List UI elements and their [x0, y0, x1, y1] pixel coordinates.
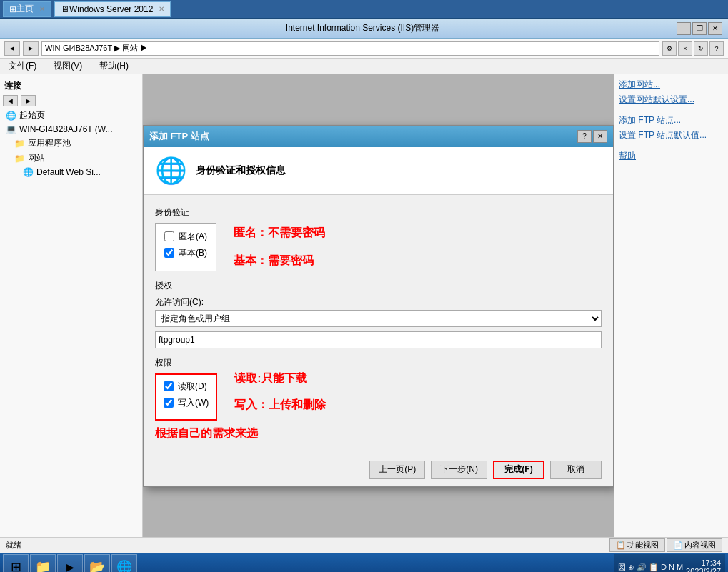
text-field-container: [155, 331, 602, 348]
close-window-button[interactable]: ✕: [708, 22, 722, 35]
right-link-add-ftp[interactable]: 添加 FTP 站点...: [619, 114, 724, 126]
window-title: Internet Information Services (IIS)管理器: [49, 22, 677, 34]
auth-annotation-anonymous: 匿名：不需要密码: [234, 226, 325, 241]
allow-access-dropdown[interactable]: 所有用户匿名用户指定角色或用户组指定用户: [155, 310, 602, 327]
right-link-ftp-defaults[interactable]: 设置 FTP 站点默认值...: [619, 129, 724, 141]
menu-view[interactable]: 视图(V): [51, 59, 85, 74]
authz-section: 授权 允许访问(C): 所有用户匿名用户指定角色或用户组指定用户: [155, 280, 602, 348]
prev-button[interactable]: 上一页(P): [369, 461, 425, 479]
function-view-tab[interactable]: 📋 功能视图: [609, 538, 665, 552]
allow-access-label: 允许访问(C):: [155, 296, 602, 308]
server-tab-label: Windows Server 2012: [69, 4, 153, 14]
sidebar-item-server[interactable]: 💻 WIN-GI4B28AJ76T (W...: [3, 123, 139, 136]
dialog-title-buttons: ? ✕: [577, 130, 607, 143]
server-tab-close[interactable]: ✕: [159, 5, 164, 13]
dialog-title: 添加 FTP 站点: [149, 130, 209, 143]
dialog-help-button[interactable]: ?: [577, 130, 592, 143]
sidebar-nav: ◄ ►: [3, 95, 139, 106]
bottom-note: 根据自己的需求来选: [155, 426, 602, 441]
dialog-header-icon: 🌐: [155, 156, 187, 186]
menu-bar: 文件(F) 视图(V) 帮助(H): [0, 59, 728, 74]
auth-annotations: 匿名：不需要密码 基本：需要密码: [216, 223, 325, 269]
content-view-label: 内容视图: [684, 540, 716, 551]
perms-label: 权限: [155, 357, 217, 369]
perms-section: 权限 读取(D) 写入(W): [155, 357, 602, 421]
taskbar-app-ie[interactable]: 🌐: [111, 554, 137, 572]
content-view-icon: 📄: [673, 541, 683, 550]
restore-button[interactable]: ❐: [692, 22, 707, 35]
taskbar-app-player[interactable]: ▶: [57, 554, 83, 572]
sidebar-back-button[interactable]: ◄: [3, 95, 18, 106]
sidebar-section-title: 连接: [3, 77, 139, 95]
basic-checkbox[interactable]: [164, 248, 174, 258]
perms-annotation-read: 读取:只能下载: [234, 371, 326, 386]
right-link-site-defaults[interactable]: 设置网站默认设置...: [619, 94, 724, 106]
auth-section: 身份验证 匿名(A) 基本(B): [155, 206, 602, 271]
anonymous-checkbox[interactable]: [164, 231, 174, 241]
start-button[interactable]: ⊞: [3, 554, 29, 572]
sidebar-item-defaultweb[interactable]: 🌐 Default Web Si...: [3, 166, 139, 179]
tray-icons: 図 ⊕ 🔊 📋 D N M: [618, 562, 683, 573]
auth-annotation-basic: 基本：需要密码: [234, 254, 325, 269]
forward-button[interactable]: ►: [23, 41, 39, 56]
perms-annotations: 读取:只能下载 写入：上传和删除: [217, 357, 326, 413]
cancel-button[interactable]: 取消: [550, 461, 602, 479]
top-tabbar: ⊞ 主页 ✕ 🖥 Windows Server 2012 ✕: [0, 0, 728, 19]
next-button[interactable]: 下一步(N): [431, 461, 487, 479]
sidebar: 连接 ◄ ► 🌐 起始页 💻 WIN-GI4B28AJ76T (W... 📁 应…: [0, 74, 143, 537]
view-tabs: 📋 功能视图 📄 内容视图: [609, 538, 722, 552]
back-button[interactable]: ◄: [4, 41, 20, 56]
status-text: 就绪: [6, 540, 21, 551]
tab-server[interactable]: 🖥 Windows Server 2012 ✕: [54, 1, 171, 17]
home-tab-close[interactable]: ✕: [39, 5, 45, 13]
write-checkbox[interactable]: [164, 398, 174, 408]
dialog-header: 🌐 身份验证和授权信息: [144, 147, 613, 195]
basic-row: 基本(B): [164, 247, 207, 259]
address-bar: ◄ ► ⚙ × ↻ ?: [0, 39, 728, 59]
title-bar-buttons: — ❐ ✕: [677, 22, 722, 35]
auth-section-label: 身份验证: [155, 206, 602, 219]
dialog-header-title: 身份验证和授权信息: [196, 164, 286, 177]
perms-checkboxes-box: 读取(D) 写入(W): [155, 373, 217, 421]
menu-file[interactable]: 文件(F): [6, 59, 39, 74]
menu-help[interactable]: 帮助(H): [96, 59, 131, 74]
sidebar-item-apppool[interactable]: 📁 应用程序池: [3, 136, 139, 151]
write-row: 写入(W): [164, 397, 209, 409]
title-bar: Internet Information Services (IIS)管理器 —…: [0, 19, 728, 39]
dialog-footer: 上一页(P) 下一步(N) 完成(F) 取消: [144, 453, 613, 486]
taskbar-app-explorer[interactable]: 📁: [30, 554, 56, 572]
auth-checkboxes-box: 匿名(A) 基本(B): [155, 223, 216, 271]
sidebar-item-home[interactable]: 🌐 起始页: [3, 108, 139, 123]
anonymous-row: 匿名(A): [164, 231, 207, 243]
right-link-help[interactable]: 帮助: [619, 150, 724, 162]
help-icon[interactable]: ?: [709, 41, 724, 56]
taskbar-tray: 図 ⊕ 🔊 📋 D N M 17:34 2023/2/27: [614, 554, 725, 572]
taskbar-app-files[interactable]: 📂: [84, 554, 110, 572]
perms-annotation-write: 写入：上传和删除: [234, 398, 326, 413]
sidebar-item-sites[interactable]: 📁 网站: [3, 151, 139, 166]
tray-date: 2023/2/27: [686, 567, 721, 572]
content-view-tab[interactable]: 📄 内容视图: [667, 538, 722, 552]
main-window: Internet Information Services (IIS)管理器 —…: [0, 19, 728, 553]
right-link-add-site[interactable]: 添加网站...: [619, 79, 724, 91]
settings-icon[interactable]: ⚙: [662, 41, 677, 56]
address-input[interactable]: [41, 41, 659, 56]
dialog-close-button[interactable]: ✕: [593, 130, 607, 143]
sidebar-item-sites-label: 网站: [28, 152, 45, 164]
home-tree-icon: 🌐: [6, 111, 16, 121]
refresh-icon[interactable]: ↻: [694, 41, 708, 56]
sidebar-forward-button[interactable]: ►: [21, 95, 36, 106]
right-panel: 添加网站... 设置网站默认设置... 添加 FTP 站点... 设置 FTP …: [614, 74, 728, 537]
user-group-field[interactable]: [155, 331, 602, 348]
tab-home[interactable]: ⊞ 主页 ✕: [3, 1, 51, 17]
perms-box: 权限 读取(D) 写入(W): [155, 357, 217, 421]
minimize-button[interactable]: —: [677, 22, 691, 35]
stop-icon[interactable]: ×: [678, 41, 692, 56]
anonymous-label: 匿名(A): [179, 231, 207, 243]
server-tab-icon: 🖥: [61, 4, 69, 14]
dialog-add-ftp: 添加 FTP 站点 ? ✕ 🌐 身份验证和授权信息: [143, 125, 614, 487]
sites-tree-icon: 📁: [14, 154, 25, 164]
read-checkbox[interactable]: [164, 381, 174, 391]
sidebar-item-apppool-label: 应用程序池: [28, 137, 71, 149]
finish-button[interactable]: 完成(F): [493, 461, 544, 479]
